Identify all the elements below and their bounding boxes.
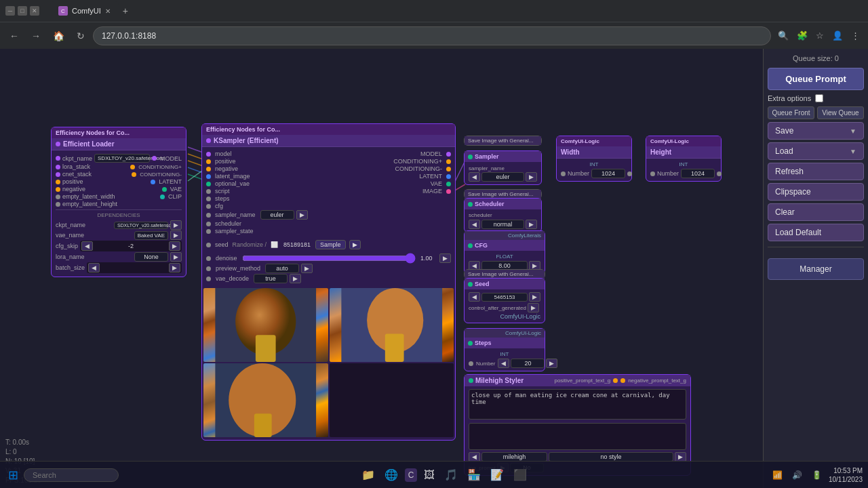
taskbar-comfyui-icon[interactable]: C: [405, 468, 418, 482]
model-out-port: [152, 156, 157, 161]
sample-arrow-btn[interactable]: ▶: [349, 240, 361, 249]
lora-name-row: lora_name None ▶: [56, 252, 182, 262]
clear-button[interactable]: Clear: [768, 203, 864, 221]
sampler-next-btn[interactable]: ▶: [526, 172, 537, 182]
vae-next-btn[interactable]: ▶: [170, 230, 182, 240]
search-icon-btn[interactable]: 🔍: [775, 28, 791, 43]
scheduler-value[interactable]: normal: [481, 220, 524, 229]
active-tab[interactable]: C ComfyUI ✕: [50, 1, 119, 20]
maximize-button[interactable]: □: [18, 6, 27, 16]
svg-rect-22: [215, 363, 316, 437]
sampler-value[interactable]: euler: [481, 172, 524, 182]
sampler-name-val[interactable]: euler: [260, 210, 294, 220]
steps-next-btn[interactable]: ▶: [546, 359, 557, 368]
batch-prev[interactable]: ◀: [88, 263, 100, 272]
taskbar-file-manager-icon[interactable]: 📁: [359, 466, 378, 484]
pos-label: positive_prompt_text_g: [554, 378, 610, 384]
bookmark-btn[interactable]: ☆: [813, 28, 827, 43]
profile-btn[interactable]: 👤: [829, 28, 846, 43]
taskbar-search-input[interactable]: [24, 468, 119, 482]
seed-node-value[interactable]: 5465153: [481, 293, 528, 302]
preview-method-val[interactable]: auto: [265, 264, 299, 273]
sampler-name-next[interactable]: ▶: [296, 210, 308, 220]
cfg-in-row: cfg: [206, 203, 325, 209]
taskbar-browser-icon[interactable]: 🌐: [382, 466, 401, 484]
milehigh-label: milehigh: [481, 452, 547, 462]
cfg-skip-prev[interactable]: ◀: [81, 241, 93, 251]
sampler-prev-btn[interactable]: ◀: [469, 172, 480, 182]
save-button[interactable]: Save ▼: [768, 122, 864, 140]
close-button[interactable]: ✕: [30, 6, 39, 16]
width-value[interactable]: 1024: [591, 169, 625, 178]
address-bar[interactable]: 127.0.0.1:8188: [93, 26, 771, 45]
preview-next[interactable]: ▶: [301, 264, 313, 273]
back-button[interactable]: ←: [5, 28, 23, 44]
taskbar-battery-icon[interactable]: 🔋: [809, 468, 825, 483]
extra-options-label: Extra options: [768, 94, 811, 102]
nav-icons: 🔍 🧩 ☆ 👤 ⋮: [775, 28, 863, 43]
forward-button[interactable]: →: [27, 28, 45, 44]
optional-vae-port: [206, 182, 211, 186]
sample-button[interactable]: Sample: [315, 240, 346, 249]
scheduler-next-btn[interactable]: ▶: [526, 220, 537, 229]
refresh-button[interactable]: Refresh: [768, 163, 864, 180]
negative-label: negative: [62, 186, 160, 192]
taskbar-music-icon[interactable]: 🎵: [441, 466, 460, 484]
queue-prompt-button[interactable]: Queue Prompt: [768, 68, 864, 90]
cfg-skip-next[interactable]: ▶: [169, 241, 180, 251]
time-display: 10:53 PM 10/11/2023: [829, 466, 863, 484]
latent-in-row: latent_image: [206, 173, 325, 180]
vae-decode-next[interactable]: ▶: [290, 274, 301, 283]
denoise-slider[interactable]: [242, 254, 416, 262]
taskbar-terminal-icon[interactable]: ⬛: [511, 466, 530, 484]
taskbar-store-icon[interactable]: 🏪: [465, 466, 484, 484]
vae-decode-val[interactable]: true: [254, 274, 288, 283]
denoise-next[interactable]: ▶: [439, 253, 451, 263]
milehigh-positive-prompt[interactable]: close up of man eating ice cream cone at…: [469, 389, 686, 420]
height-value[interactable]: 1024: [681, 169, 715, 178]
batch-next[interactable]: ▶: [169, 263, 180, 272]
lora-name-val[interactable]: None: [134, 252, 168, 262]
ckpt-value[interactable]: SDXLTOY_v20.safetensors: [94, 154, 150, 163]
ckpt-next-btn[interactable]: ▶: [170, 220, 182, 230]
steps-prev-btn[interactable]: ◀: [498, 359, 509, 368]
view-queue-button[interactable]: View Queue: [817, 106, 864, 119]
menu-btn[interactable]: ⋮: [848, 28, 863, 43]
milehigh-value[interactable]: no style: [549, 452, 673, 462]
taskbar-volume-icon[interactable]: 🔊: [789, 468, 805, 483]
browser-chrome: ─ □ ✕ C ComfyUI ✕ + ← → 🏠 ↻ 127.0.0.1:81…: [0, 0, 868, 49]
tab-bar: C ComfyUI ✕ +: [50, 1, 131, 20]
minimize-button[interactable]: ─: [5, 6, 15, 16]
manager-button[interactable]: Manager: [768, 258, 864, 280]
reload-button[interactable]: ↻: [73, 28, 89, 44]
control-after-btn[interactable]: ▶: [528, 303, 539, 312]
scheduler-prev-btn[interactable]: ◀: [469, 220, 480, 229]
queue-front-button[interactable]: Queue Front: [768, 106, 814, 119]
lora-next-btn[interactable]: ▶: [170, 252, 182, 262]
width-stepper-row: Number 1024: [561, 169, 627, 178]
steps-value[interactable]: 20: [511, 359, 545, 368]
load-button[interactable]: Load ▼: [768, 142, 864, 160]
home-button[interactable]: 🏠: [49, 28, 68, 44]
ckpt-name-val[interactable]: SDXLTOY_v20.safetensors: [114, 222, 168, 229]
cfg-in-label: cfg: [215, 203, 223, 209]
extensions-btn[interactable]: 🧩: [794, 28, 810, 43]
load-default-button[interactable]: Load Default: [768, 224, 864, 241]
seed-prev-btn[interactable]: ◀: [469, 292, 480, 302]
taskbar-photoshop-icon[interactable]: 🖼: [421, 466, 437, 484]
seed-section: seed Randomize / ⬜ 85189181 Sample ▶: [202, 238, 455, 251]
seed-next-btn[interactable]: ▶: [529, 292, 540, 302]
milehigh-style-next[interactable]: ▶: [675, 452, 686, 462]
negative-row: negative VAE: [56, 186, 182, 192]
taskbar-network-icon[interactable]: 📶: [770, 468, 785, 483]
vae-name-val[interactable]: Baked VAE: [134, 231, 168, 240]
tab-close-icon[interactable]: ✕: [105, 7, 111, 15]
start-button[interactable]: ⊞: [5, 465, 21, 485]
taskbar-notes-icon[interactable]: 📝: [488, 466, 507, 484]
sampler-name-in-label: sampler_name: [215, 211, 256, 218]
new-tab-button[interactable]: +: [120, 3, 131, 19]
clipspace-button[interactable]: Clipspace: [768, 183, 864, 201]
milehigh-style-prev[interactable]: ◀: [469, 452, 480, 462]
canvas-area[interactable]: Efficiency Nodes for Co... Efficient Loa…: [0, 49, 763, 488]
extra-options-checkbox[interactable]: [815, 94, 823, 102]
